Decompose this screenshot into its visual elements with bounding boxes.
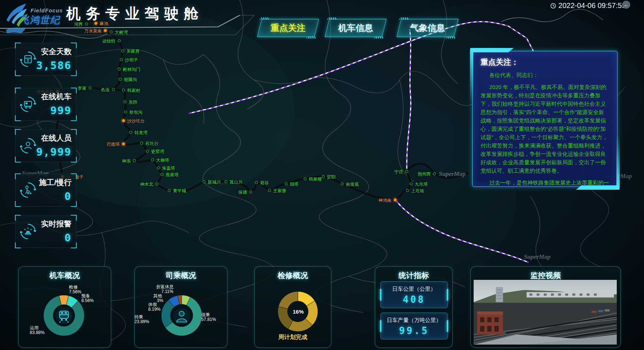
tab-label: 气象信息 [399, 19, 456, 37]
focus-paragraph: 2020 年，极不平凡、极其不易。面对复杂深刻的发展形势变化，特别是在疫情冲击等… [481, 83, 609, 175]
panel-title: 司乘概况 [135, 270, 227, 281]
brand-name-cn: 飞鸿世纪 [20, 14, 60, 27]
stat-label: 施工/慢行 [29, 177, 72, 188]
stat-value: 9,999 [29, 146, 72, 158]
slice-label: 预备8.56% [81, 294, 94, 303]
stat-label: 在线机车 [29, 92, 72, 102]
donut-slice [279, 291, 298, 309]
person-icon [173, 307, 190, 325]
stat-card-online-locomotives: 在线机车 999 [15, 88, 76, 121]
tab-key-focus[interactable]: 重点关注 [259, 19, 317, 37]
panel-video-monitor: 监控视频 [470, 266, 621, 348]
statbox-label: 日车公里（公里） [381, 286, 447, 293]
donut-caption: 周计划完成 [278, 334, 307, 341]
stat-card-safety-days: 安全天数 3,586 [15, 43, 76, 76]
donut-center-percent: 16% [293, 309, 304, 315]
stat-label: 实时报警 [29, 219, 72, 229]
stat-card-construction-slow: 施工/慢行 0 [15, 174, 76, 206]
page-title: 机务专业驾驶舱 [66, 4, 203, 24]
stat-card-online-personnel: 在线人员 9,999 [15, 129, 76, 162]
video-still-frame [474, 280, 617, 345]
slice-label: 待乘23.89% [134, 315, 149, 324]
focus-paragraph: 过去一年，是包神铁路集团发展史上浓墨重彩的一— [481, 178, 609, 186]
back-button[interactable]: ← [622, 1, 630, 9]
panel-title: 统计指标 [375, 270, 452, 281]
statbox-label: 日车产量（万吨公里） [381, 317, 447, 324]
panel-title: 监控视频 [471, 270, 620, 281]
stat-label: 安全天数 [29, 47, 72, 57]
dashboard-stage: SuperMap SuperMap SuperMap SuperMap 河西麻池… [0, 0, 644, 350]
statbox-daily-output: 日车产量（万吨公里） 99.5 [380, 313, 448, 339]
slice-label: 折返休息7.11% [156, 285, 174, 294]
stat-value: 3,586 [29, 59, 72, 72]
stat-card-realtime-alarms: 实时报警 0 [15, 215, 76, 248]
stat-label: 在线人员 [29, 133, 72, 143]
panel-statistics: 统计指标 日车公里（公里） 408 日车产量（万吨公里） 99.5 [375, 266, 453, 348]
stat-value: 999 [29, 104, 72, 117]
key-focus-panel: 重点关注： 各位代表、同志们： 2020 年，极不平凡、极其不易。面对复杂深刻的… [472, 51, 617, 187]
slice-label: 值乘57.81% [201, 313, 216, 322]
tab-locomotive-info[interactable]: 机车信息 [327, 19, 384, 37]
statbox-value: 408 [381, 294, 447, 305]
slice-label: 休假8.19% [148, 302, 161, 312]
datetime-text: 2022-04-06 09:57:59 [558, 1, 626, 10]
slice-label: 运用83.88% [30, 326, 45, 335]
key-focus-title: 重点关注： [481, 57, 609, 67]
focus-paragraph: 各位代表、同志们： [481, 71, 609, 79]
supermap-watermark: SuperMap [439, 170, 466, 177]
key-focus-content: 重点关注： 各位代表、同志们： 2020 年，极不平凡、极其不易。面对复杂深刻的… [473, 51, 617, 186]
clock-icon [550, 3, 556, 9]
brand-name-en: FieldFocus [31, 7, 63, 13]
slice-label: 检修7.56% [69, 285, 81, 294]
panel-title: 检修概况 [255, 270, 331, 281]
statbox-value: 99.5 [381, 325, 447, 336]
surveillance-video[interactable] [474, 280, 617, 345]
tab-weather-info[interactable]: 气象信息 [399, 19, 456, 37]
train-icon [55, 307, 73, 324]
statbox-daily-km: 日车公里（公里） 408 [380, 281, 448, 308]
panel-title: 机车概况 [19, 270, 111, 281]
supermap-watermark: SuperMap [524, 253, 551, 260]
stat-value: 0 [29, 190, 72, 202]
stat-value: 0 [29, 232, 72, 244]
tab-label: 重点关注 [259, 19, 317, 37]
datetime-display: 2022-04-06 09:57:59 [550, 1, 626, 10]
tab-label: 机车信息 [327, 19, 384, 37]
